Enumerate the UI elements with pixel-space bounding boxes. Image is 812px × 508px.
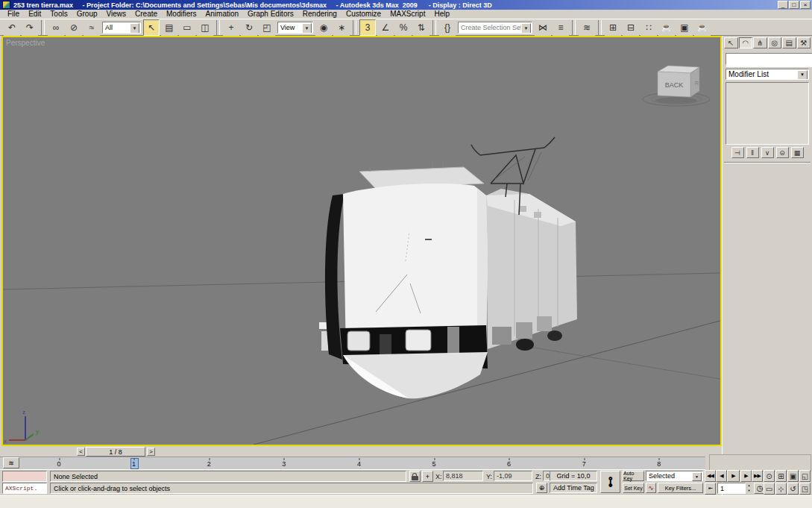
pin-stack-button[interactable]: ⊣ <box>731 147 744 158</box>
select-and-scale-button[interactable]: ◰ <box>259 19 275 36</box>
zoom-extents-button[interactable]: ▣ <box>787 470 799 482</box>
menu-animation[interactable]: Animation <box>201 10 243 19</box>
minimize-button[interactable]: _ <box>778 1 788 9</box>
tab-utilities[interactable]: ⚒ <box>797 37 811 48</box>
snaps-toggle-3d-button[interactable]: 3 <box>359 19 376 36</box>
modifier-list-dropdown[interactable]: Modifier List <box>726 69 809 80</box>
maxscript-mini-listener[interactable]: AXScript. <box>2 483 47 494</box>
named-selection-set-dropdown[interactable]: Create Selection Set <box>458 22 532 34</box>
close-button[interactable]: × <box>800 1 811 9</box>
viewcube-back-label[interactable]: BACK <box>665 81 684 89</box>
key-mode-toggle[interactable]: ⇤ <box>705 483 716 495</box>
menu-graph-editors[interactable]: Graph Editors <box>243 10 298 19</box>
zoom-all-button[interactable]: ⊞ <box>775 470 787 482</box>
menu-modifiers[interactable]: Modifiers <box>162 10 201 19</box>
selection-lock-toggle[interactable] <box>409 471 421 482</box>
zoom-button[interactable]: ⊙ <box>764 470 775 482</box>
default-tangents-button[interactable]: ∿ <box>646 483 656 493</box>
curve-editor-button[interactable]: ⊞ <box>605 19 621 36</box>
selection-filter-dropdown[interactable]: All <box>102 22 141 34</box>
open-mini-curve-editor-button[interactable]: ≋ <box>3 457 19 468</box>
rendered-frame-window-button[interactable]: ▣ <box>676 19 693 36</box>
render-setup-button[interactable]: ☕ <box>658 19 675 36</box>
current-frame-field[interactable]: 1 <box>717 483 746 494</box>
use-pivot-point-center-button[interactable]: ◉ <box>315 19 332 36</box>
select-and-link-button[interactable]: ∞ <box>48 19 64 36</box>
go-to-end-button[interactable]: ▶▶ <box>752 470 763 482</box>
restore-button[interactable]: □ <box>789 1 799 9</box>
render-production-button[interactable]: ☕ <box>694 19 711 36</box>
viewport-label[interactable]: Perspective <box>6 39 45 47</box>
set-key-mode-toggle[interactable]: ⊶ <box>600 471 620 493</box>
x-coordinate-field[interactable]: 8,818 <box>443 471 483 481</box>
time-tag-globe-icon[interactable]: ⊕ <box>536 483 547 493</box>
show-end-result-button[interactable]: ‖ <box>746 147 759 158</box>
tab-hierarchy[interactable]: ⋔ <box>753 37 767 48</box>
edit-named-selection-sets-button[interactable]: {} <box>439 19 456 36</box>
pan-button[interactable]: ⊹ <box>775 483 787 495</box>
track-bar[interactable]: 012345678 <box>0 457 705 470</box>
zoom-region-button[interactable]: ▭ <box>764 483 775 495</box>
menu-file[interactable]: File <box>3 10 24 19</box>
title-bar[interactable]: 253 tren tierra.max - Project Folder: C:… <box>0 0 812 10</box>
select-object-button[interactable]: ↖ <box>143 19 160 36</box>
absolute-mode-transform-button[interactable]: + <box>422 471 433 482</box>
mirror-button[interactable]: ⋈ <box>535 19 551 36</box>
tab-create[interactable]: ↖ <box>724 37 738 48</box>
play-animation-button[interactable]: ▶ <box>727 470 740 482</box>
add-time-tag-field[interactable]: Add Time Tag <box>550 483 597 493</box>
material-editor-button[interactable]: ∷ <box>641 19 657 36</box>
rectangular-selection-region-button[interactable]: ▭ <box>179 19 195 36</box>
percent-snap-toggle-button[interactable]: % <box>395 19 412 36</box>
viewcube-side-label[interactable]: R <box>695 81 699 86</box>
bind-to-space-warp-button[interactable]: ≈ <box>84 19 100 36</box>
menu-maxscript[interactable]: MAXScript <box>385 10 429 19</box>
tab-motion[interactable]: ◎ <box>768 37 782 48</box>
spinner-snap-toggle-button[interactable]: ⇅ <box>413 19 429 36</box>
tab-modify[interactable]: ◠ <box>739 37 753 48</box>
perspective-viewport[interactable]: Perspective <box>1 36 722 446</box>
time-slider-next-button[interactable]: > <box>147 448 155 456</box>
layer-manager-button[interactable]: ≋ <box>579 19 595 36</box>
menu-group[interactable]: Group <box>72 10 102 19</box>
previous-frame-button[interactable]: ◀ <box>716 470 727 482</box>
menu-views[interactable]: Views <box>102 10 131 19</box>
go-to-start-button[interactable]: ◀◀ <box>705 470 716 482</box>
redo-button[interactable]: ↷ <box>22 19 38 36</box>
menu-help[interactable]: Help <box>429 10 454 19</box>
menu-rendering[interactable]: Rendering <box>298 10 342 19</box>
select-and-manipulate-button[interactable]: ∗ <box>333 19 350 36</box>
menu-tools[interactable]: Tools <box>45 10 72 19</box>
configure-modifier-sets-button[interactable]: ▦ <box>791 147 804 158</box>
time-slider-prev-button[interactable]: < <box>77 448 85 456</box>
y-coordinate-field[interactable]: -1,09 <box>494 471 532 481</box>
object-name-field[interactable] <box>726 57 812 67</box>
select-and-rotate-button[interactable]: ↻ <box>241 19 257 36</box>
next-frame-button[interactable]: ▶ <box>740 470 752 482</box>
unlink-selection-button[interactable]: ⊘ <box>66 19 82 36</box>
window-crossing-toggle[interactable]: ◫ <box>197 19 213 36</box>
angle-snap-toggle-button[interactable]: ∠ <box>377 19 394 36</box>
menu-customize[interactable]: Customize <box>342 10 385 19</box>
zoom-extents-all-button[interactable]: ◱ <box>799 470 811 482</box>
make-unique-button[interactable]: ∨ <box>761 147 774 158</box>
train-model[interactable] <box>319 137 577 398</box>
reference-coordinate-system-dropdown[interactable]: View <box>277 22 313 34</box>
set-key-button[interactable]: Set Key <box>623 483 644 493</box>
orbit-button[interactable]: ↺ <box>787 483 799 495</box>
maximize-viewport-toggle[interactable]: ◳ <box>799 483 811 495</box>
select-by-name-button[interactable]: ▤ <box>161 19 177 36</box>
time-slider[interactable]: 1 / 8 <box>86 447 145 457</box>
menu-create[interactable]: Create <box>130 10 162 19</box>
align-button[interactable]: ≡ <box>553 19 569 36</box>
modifier-stack-list[interactable] <box>726 82 809 145</box>
remove-modifier-button[interactable]: ⊝ <box>776 147 789 158</box>
undo-button[interactable]: ↶ <box>4 19 20 36</box>
select-and-move-button[interactable]: + <box>223 19 239 36</box>
menu-edit[interactable]: Edit <box>24 10 45 19</box>
keying-selection-set-dropdown[interactable]: Selected <box>646 471 703 481</box>
schematic-view-button[interactable]: ⊟ <box>623 19 639 36</box>
auto-key-button[interactable]: Auto Key <box>623 471 644 481</box>
frame-spinner[interactable]: ▲▼ <box>746 483 752 494</box>
key-filters-button[interactable]: Key Filters... <box>658 483 703 493</box>
